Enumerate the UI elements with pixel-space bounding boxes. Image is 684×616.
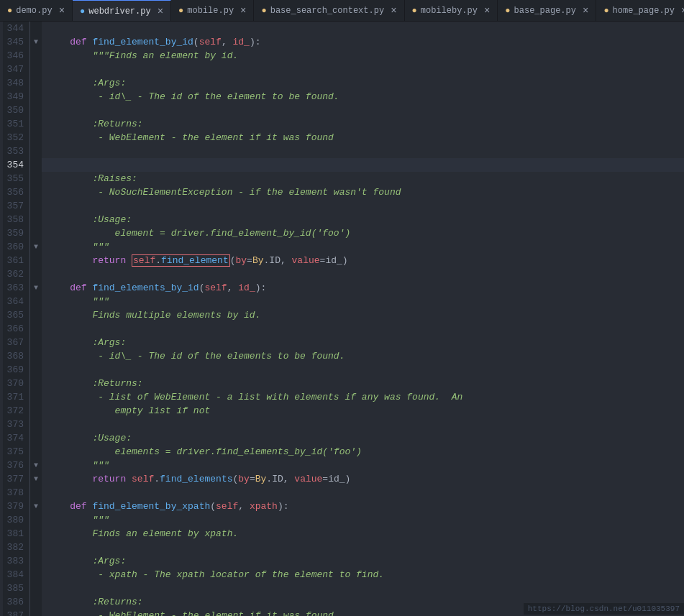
table-row: 354 (3, 158, 684, 172)
fold-gutter[interactable] (30, 390, 42, 404)
fold-gutter[interactable] (30, 199, 42, 213)
fold-gutter[interactable]: ▼ (30, 281, 42, 295)
close-icon[interactable]: × (681, 5, 684, 17)
table-row: 376▼ """ (3, 459, 684, 472)
code-line (42, 418, 684, 431)
close-icon[interactable]: × (59, 5, 65, 17)
code-line: return self.find_element(by=By.ID, value… (42, 254, 684, 267)
fold-gutter[interactable] (30, 527, 42, 541)
fold-gutter[interactable] (30, 349, 42, 363)
fold-gutter[interactable] (30, 322, 42, 336)
table-row: 358 :Usage: (3, 213, 684, 226)
table-row: 350 (3, 104, 684, 117)
tab-mobileby-py[interactable]: ● mobileby.py × (405, 0, 498, 22)
code-line (42, 486, 684, 500)
fold-gutter[interactable] (30, 486, 42, 500)
fold-gutter[interactable] (30, 172, 42, 185)
tab-home-page-py[interactable]: ● home_page.py × (596, 0, 684, 22)
fold-gutter[interactable] (30, 445, 42, 459)
fold-gutter[interactable] (30, 431, 42, 445)
close-icon[interactable]: × (391, 5, 396, 17)
line-number: 385 (3, 581, 30, 595)
fold-gutter[interactable] (30, 568, 42, 581)
table-row: 361 return self.find_element(by=By.ID, v… (3, 254, 684, 267)
code-line: :Raises: (42, 172, 684, 185)
fold-gutter[interactable] (30, 513, 42, 527)
fold-gutter[interactable] (30, 609, 42, 616)
fold-gutter[interactable]: ▼ (30, 459, 42, 472)
close-icon[interactable]: × (158, 6, 163, 17)
fold-gutter[interactable] (30, 144, 42, 158)
fold-gutter[interactable] (30, 254, 42, 267)
line-number: 376 (3, 459, 30, 472)
fold-gutter[interactable] (30, 554, 42, 568)
table-row: 346 """Finds an element by id. (3, 49, 684, 63)
tab-base-search-context-py[interactable]: ● base_search_context.py × (254, 0, 404, 22)
line-number: 352 (3, 131, 30, 144)
code-line: :Args: (42, 336, 684, 349)
fold-gutter[interactable] (30, 90, 42, 104)
table-row: 365 Finds multiple elements by id. (3, 308, 684, 322)
fold-gutter[interactable] (30, 63, 42, 76)
code-line: """ (42, 295, 684, 308)
tab-webdriver-py[interactable]: ● webdriver.py × (73, 0, 171, 22)
fold-gutter[interactable] (30, 104, 42, 117)
fold-gutter[interactable] (30, 541, 42, 554)
code-line: Finds an element by xpath. (42, 527, 684, 541)
code-line: :Returns: (42, 377, 684, 390)
code-line: - NoSuchElementException - if the elemen… (42, 185, 684, 199)
code-area[interactable]: 344345▼ def find_element_by_id(self, id_… (0, 22, 684, 616)
fold-gutter[interactable]: ▼ (30, 35, 42, 49)
line-number: 372 (3, 404, 30, 418)
fold-gutter[interactable] (30, 377, 42, 390)
fold-gutter[interactable] (30, 22, 42, 35)
tab-demo-py[interactable]: ● demo.py × (0, 0, 73, 22)
tab-base-page-py[interactable]: ● base_page.py × (498, 0, 596, 22)
line-number: 377 (3, 472, 30, 486)
fold-gutter[interactable]: ▼ (30, 500, 42, 513)
fold-gutter[interactable] (30, 418, 42, 431)
table-row: 353 (3, 144, 684, 158)
table-row: 352 - WebElement - the element if it was… (3, 131, 684, 144)
fold-gutter[interactable] (30, 49, 42, 63)
table-row: 373 (3, 418, 684, 431)
tab-mobile-py[interactable]: ● mobile.py × (171, 0, 254, 22)
line-number: 379 (3, 500, 30, 513)
fold-gutter[interactable]: ▼ (30, 472, 42, 486)
close-icon[interactable]: × (240, 5, 246, 17)
fold-gutter[interactable] (30, 308, 42, 322)
table-row: 384 - xpath - The xpath locator of the e… (3, 568, 684, 581)
fold-gutter[interactable] (30, 336, 42, 349)
table-row: 347 (3, 63, 684, 76)
fold-gutter[interactable] (30, 595, 42, 609)
fold-gutter[interactable] (30, 185, 42, 199)
table-row: 385 (3, 581, 684, 595)
table-row: 379▼ def find_element_by_xpath(self, xpa… (3, 500, 684, 513)
line-number: 347 (3, 63, 30, 76)
code-line (42, 158, 684, 172)
line-number: 386 (3, 595, 30, 609)
fold-gutter[interactable] (30, 581, 42, 595)
fold-gutter[interactable] (30, 226, 42, 240)
fold-gutter[interactable] (30, 76, 42, 90)
line-number: 369 (3, 363, 30, 377)
close-icon[interactable]: × (583, 5, 588, 17)
code-line: - id\_ - The id of the elements to be fo… (42, 349, 684, 363)
line-number: 345 (3, 35, 30, 49)
fold-gutter[interactable] (30, 267, 42, 281)
fold-gutter[interactable] (30, 158, 42, 172)
table-row: 357 (3, 199, 684, 213)
close-icon[interactable]: × (484, 5, 490, 17)
code-line: - id\_ - The id of the element to be fou… (42, 90, 684, 104)
fold-gutter[interactable] (30, 117, 42, 131)
line-number: 357 (3, 199, 30, 213)
fold-gutter[interactable] (30, 131, 42, 144)
line-number: 373 (3, 418, 30, 431)
line-number: 381 (3, 527, 30, 541)
fold-gutter[interactable] (30, 213, 42, 226)
code-line: def find_element_by_id(self, id_): (42, 35, 684, 49)
fold-gutter[interactable]: ▼ (30, 240, 42, 254)
fold-gutter[interactable] (30, 404, 42, 418)
fold-gutter[interactable] (30, 295, 42, 308)
fold-gutter[interactable] (30, 363, 42, 377)
